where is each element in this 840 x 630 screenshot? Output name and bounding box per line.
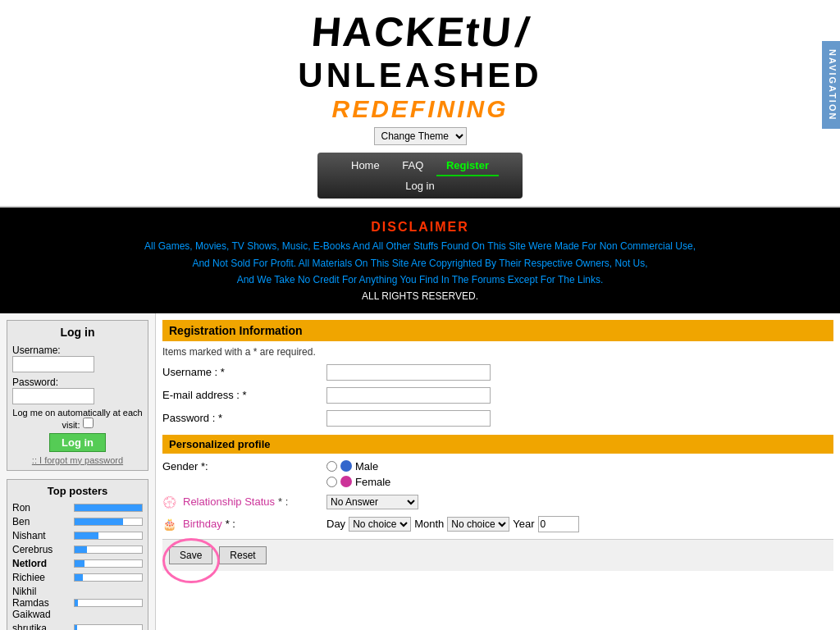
reg-email-label: E-mail address : *: [162, 389, 326, 401]
gender-female-radio[interactable]: [326, 477, 337, 487]
reg-username-label: Username : *: [162, 366, 326, 378]
gender-label: Gender *:: [162, 460, 326, 472]
nav-home[interactable]: Home: [341, 156, 390, 175]
buttons-row: Save Reset: [162, 539, 833, 571]
poster-bar: [75, 546, 87, 553]
relationship-row: 💮 Relationship Status * : No AnswerSingl…: [162, 495, 833, 509]
rel-icon: 💮: [162, 495, 176, 509]
poster-name: Ron: [12, 502, 74, 514]
nav-login[interactable]: Log in: [395, 176, 444, 195]
poster-bar: [75, 574, 83, 581]
disclaimer-line4: ALL RIGHTS RESERVED.: [8, 288, 832, 304]
reg-note: Items marked with a * are required.: [162, 346, 833, 358]
disclaimer-line2: And Not Sold For Profit. All Materials O…: [8, 255, 832, 272]
header: HACKEtU / UNLEASHED REDEFINING Change Th…: [0, 0, 840, 208]
disclaimer-line1: All Games, Movies, TV Shows, Music, E-Bo…: [8, 238, 832, 254]
gender-options: Male Female: [326, 460, 390, 488]
female-label: Female: [355, 476, 390, 488]
poster-row: Ben: [12, 516, 143, 527]
top-posters-title: Top posters: [12, 485, 143, 497]
rel-required: * :: [278, 495, 288, 508]
top-posters-box: Top posters RonBenNishantCerebrusNetlord…: [7, 479, 148, 630]
poster-bar: [75, 504, 142, 511]
username-label: Username:: [12, 345, 70, 356]
password-row: Password : *: [162, 410, 833, 427]
login-box: Log in Username: Password: Log me on aut…: [7, 320, 148, 471]
password-label: Password:: [12, 377, 70, 388]
bday-required: * :: [226, 518, 235, 530]
navbar: Home FAQ Register Log in: [317, 153, 523, 199]
poster-name: Nishant: [12, 530, 74, 541]
nav-register[interactable]: Register: [436, 156, 499, 176]
auto-login-checkbox[interactable]: [83, 418, 94, 428]
username-input[interactable]: [12, 356, 94, 372]
theme-select[interactable]: Change Theme: [374, 127, 467, 145]
main-layout: Log in Username: Password: Log me on aut…: [0, 313, 840, 630]
left-sidebar: Log in Username: Password: Log me on aut…: [0, 313, 156, 630]
auto-login-row: Log me on automatically at each visit:: [12, 408, 143, 430]
bday-icon: 🎂: [162, 518, 176, 531]
personalized-header: Personalized profile: [162, 435, 833, 454]
reg-password-label: Password : *: [162, 412, 326, 424]
poster-name: shrutika: [12, 623, 74, 630]
male-option: Male: [326, 460, 390, 472]
rel-status-label: Relationship Status: [183, 495, 275, 508]
poster-name: Ben: [12, 516, 74, 527]
year-input[interactable]: [538, 516, 579, 532]
email-row: E-mail address : *: [162, 387, 833, 404]
poster-name: Richiee: [12, 572, 74, 583]
gender-male-radio[interactable]: [326, 461, 337, 472]
reg-email-input[interactable]: [326, 387, 491, 404]
login-button[interactable]: Log in: [49, 433, 106, 452]
poster-bar-container: [74, 546, 143, 554]
hack-title: HACKEtU: [310, 8, 515, 56]
poster-bar-container: [74, 504, 143, 512]
poster-name: Nikhil Ramdas Gaikwad: [12, 586, 74, 620]
auto-login-label: Log me on automatically at each visit:: [12, 408, 142, 430]
poster-name: Cerebrus: [12, 544, 74, 555]
poster-row: Netlord: [12, 558, 143, 569]
bday-label: Birthday: [183, 518, 222, 530]
forgot-link[interactable]: :: I forgot my password: [32, 455, 123, 465]
rel-status-select[interactable]: No AnswerSingleIn a RelationshipMarriedD…: [326, 495, 418, 509]
day-select[interactable]: No choice: [349, 517, 411, 532]
nav-faq[interactable]: FAQ: [392, 156, 433, 175]
login-title: Log in: [12, 326, 143, 339]
nav-sidebar-label: NAVIGATION: [828, 49, 838, 121]
disclaimer-title: DISCLAIMER: [8, 216, 832, 238]
reg-username-input[interactable]: [326, 364, 491, 381]
disclaimer: DISCLAIMER All Games, Movies, TV Shows, …: [0, 208, 840, 313]
poster-name: Netlord: [12, 558, 74, 569]
poster-bar-container: [74, 573, 143, 582]
poster-row: Nikhil Ramdas Gaikwad: [12, 586, 143, 620]
poster-row: Ron: [12, 502, 143, 514]
posters-list: RonBenNishantCerebrusNetlordRichieeNikhi…: [12, 502, 143, 630]
poster-bar-container: [74, 624, 143, 630]
poster-row: Cerebrus: [12, 544, 143, 555]
male-label: Male: [355, 460, 378, 472]
year-label: Year: [513, 518, 534, 530]
poster-row: shrutika: [12, 623, 143, 630]
poster-bar-container: [74, 599, 143, 607]
day-label: Day: [326, 518, 345, 530]
disclaimer-line3: And We Take No Credit For Anything You F…: [8, 272, 832, 288]
content-area: Registration Information Items marked wi…: [156, 313, 840, 630]
reg-password-input[interactable]: [326, 410, 491, 427]
month-select[interactable]: No choice: [447, 517, 509, 532]
month-label: Month: [414, 518, 444, 530]
theme-row: Change Theme: [0, 123, 840, 149]
birthday-row: 🎂 Birthday * : Day No choice Month No ch…: [162, 516, 833, 532]
female-icon: [340, 476, 352, 487]
forgot-password: :: I forgot my password: [12, 455, 143, 465]
password-input[interactable]: [12, 388, 94, 404]
save-button[interactable]: Save: [169, 546, 212, 564]
nav-sidebar: NAVIGATION: [822, 41, 840, 129]
unleashed-title: UNLEASHED: [0, 56, 840, 95]
poster-bar: [75, 518, 123, 525]
female-option: Female: [326, 476, 390, 488]
reset-button[interactable]: Reset: [219, 546, 266, 564]
gender-row: Gender *: Male Female: [162, 460, 833, 488]
poster-bar: [75, 600, 78, 606]
redefining-title: REDEFINING: [0, 95, 840, 123]
bday-controls: Day No choice Month No choice Year: [326, 516, 579, 532]
